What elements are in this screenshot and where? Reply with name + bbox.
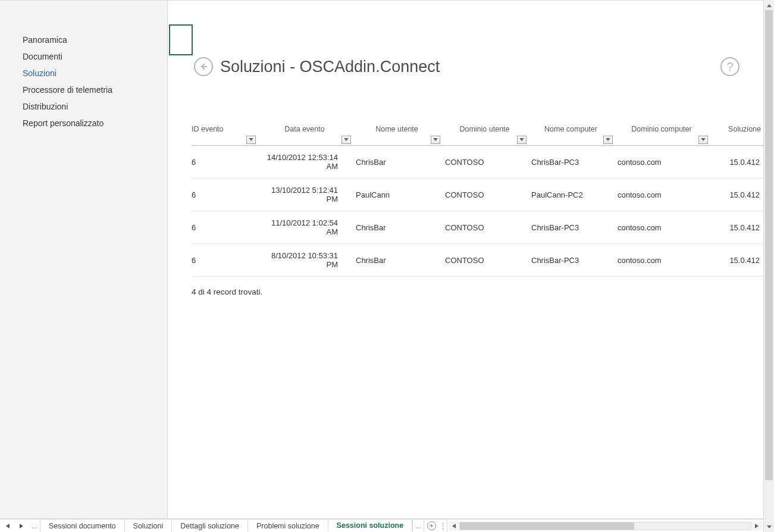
triangle-left-icon <box>452 524 456 528</box>
table-row[interactable]: 6 13/10/2012 5:12:41 PM PaulCann CONTOSO… <box>192 179 763 211</box>
question-icon: ? <box>726 60 733 74</box>
spreadsheet-selected-cell[interactable] <box>169 24 193 55</box>
tab-dettagli-soluzione[interactable]: Dettagli soluzione <box>171 520 248 532</box>
col-dominio-computer: Dominio computer <box>614 123 709 146</box>
cell-id: 6 <box>192 244 257 277</box>
col-nome-computer: Nome computer <box>528 123 614 146</box>
cell-cdom: contoso.com <box>614 211 709 244</box>
help-button[interactable]: ? <box>720 57 739 76</box>
scroll-down-button[interactable] <box>764 522 774 532</box>
session-table: ID evento Data evento Nome utente Domini… <box>192 123 763 277</box>
cell-id: 6 <box>192 146 257 179</box>
cell-user: PaulCann <box>352 179 441 211</box>
filter-button-compdom[interactable] <box>698 136 708 144</box>
hscroll-right-button[interactable] <box>752 521 762 531</box>
main-content: Soluzioni - OSCAddin.Connect ? ID evento… <box>168 0 763 519</box>
record-count-text: 4 di 4 record trovati. <box>168 277 763 296</box>
cell-sol: 15.0.412 <box>709 244 763 277</box>
table-header-row: ID evento Data evento Nome utente Domini… <box>192 123 763 146</box>
tab-overflow[interactable]: ... <box>412 520 424 532</box>
cell-sol: 15.0.412 <box>709 211 763 244</box>
triangle-down-icon <box>767 525 772 529</box>
arrow-left-icon <box>199 62 208 71</box>
chevron-down-icon <box>249 138 253 142</box>
cell-udom: CONTOSO <box>441 179 528 211</box>
cell-user: ChrisBar <box>352 211 441 244</box>
vertical-scrollbar[interactable] <box>763 0 774 532</box>
back-button[interactable] <box>194 57 213 76</box>
tab-sessioni-documento[interactable]: Sessioni documento <box>40 520 125 532</box>
filter-button-comp[interactable] <box>603 136 613 144</box>
tab-soluzioni[interactable]: Soluzioni <box>124 520 173 532</box>
sidebar-item-report-personalizzato[interactable]: Report personalizzato <box>0 115 167 132</box>
filter-button-userdom[interactable] <box>517 136 527 144</box>
col-data-evento: Data evento <box>257 123 352 146</box>
triangle-up-icon <box>767 4 772 7</box>
tab-nav-prev[interactable] <box>0 520 14 532</box>
triangle-left-icon <box>5 524 10 528</box>
tab-nav-next[interactable] <box>14 520 29 532</box>
table-row[interactable]: 6 14/10/2012 12:53:14 AM ChrisBar CONTOS… <box>192 146 763 179</box>
chevron-down-icon <box>606 138 610 142</box>
sheet-tabs-bar: ... Sessioni documento Soluzioni Dettagl… <box>0 519 763 532</box>
chevron-down-icon <box>344 138 349 142</box>
sidebar-item-distribuzioni[interactable]: Distribuzioni <box>0 98 167 115</box>
cell-date: 8/10/2012 10:53:31 PM <box>257 244 352 277</box>
scroll-thumb[interactable] <box>765 10 773 480</box>
cell-id: 6 <box>192 211 257 244</box>
add-sheet-button[interactable]: + <box>424 520 438 532</box>
cell-id: 6 <box>192 179 257 211</box>
cell-comp: PaulCann-PC2 <box>528 179 614 211</box>
tab-divider[interactable]: ⋮ <box>438 520 447 532</box>
cell-date: 14/10/2012 12:53:14 AM <box>257 146 352 179</box>
cell-udom: CONTOSO <box>441 211 528 244</box>
col-id-evento: ID evento <box>192 123 257 146</box>
cell-comp: ChrisBar-PC3 <box>528 211 614 244</box>
filter-button-date[interactable] <box>341 136 351 144</box>
col-soluzione: Soluzione <box>709 123 763 146</box>
page-header: Soluzioni - OSCAddin.Connect ? <box>168 1 763 76</box>
hscroll-track[interactable] <box>459 522 751 530</box>
cell-udom: CONTOSO <box>441 244 528 277</box>
cell-user: ChrisBar <box>352 146 441 179</box>
cell-cdom: contoso.com <box>614 244 709 277</box>
horizontal-scrollbar[interactable] <box>447 520 763 532</box>
scroll-track[interactable] <box>764 10 774 522</box>
triangle-right-icon <box>20 524 24 528</box>
cell-comp: ChrisBar-PC3 <box>528 244 614 277</box>
sidebar: Panoramica Documenti Soluzioni Processor… <box>0 0 168 519</box>
plus-icon: + <box>427 521 436 530</box>
col-dominio-utente: Dominio utente <box>441 123 528 146</box>
tab-sessioni-soluzione[interactable]: Sessioni soluzione <box>328 520 413 532</box>
cell-comp: ChrisBar-PC3 <box>528 146 614 179</box>
tab-nav-more[interactable]: ... <box>29 520 40 532</box>
sidebar-item-processore-telemetria[interactable]: Processore di telemetria <box>0 82 167 98</box>
cell-cdom: contoso.com <box>614 146 709 179</box>
table-row[interactable]: 6 11/10/2012 1:02:54 AM ChrisBar CONTOSO… <box>192 211 763 244</box>
cell-user: ChrisBar <box>352 244 441 277</box>
cell-sol: 15.0.412 <box>709 146 763 179</box>
chevron-down-icon <box>701 138 706 142</box>
filter-button-user[interactable] <box>431 136 440 144</box>
cell-date: 13/10/2012 5:12:41 PM <box>257 179 352 211</box>
triangle-right-icon <box>755 524 759 528</box>
col-nome-utente: Nome utente <box>352 123 441 146</box>
cell-sol: 15.0.412 <box>709 179 763 211</box>
filter-button-id[interactable] <box>246 136 256 144</box>
sidebar-item-documenti[interactable]: Documenti <box>0 48 167 65</box>
sidebar-item-soluzioni[interactable]: Soluzioni <box>0 65 167 82</box>
cell-cdom: contoso.com <box>614 179 709 211</box>
tab-problemi-soluzione[interactable]: Problemi soluzione <box>247 520 328 532</box>
chevron-down-icon <box>519 138 524 142</box>
hscroll-left-button[interactable] <box>449 521 459 531</box>
chevron-down-icon <box>433 138 438 142</box>
cell-udom: CONTOSO <box>441 146 528 179</box>
cell-date: 11/10/2012 1:02:54 AM <box>257 211 352 244</box>
sidebar-item-panoramica[interactable]: Panoramica <box>0 32 167 48</box>
page-title: Soluzioni - OSCAddin.Connect <box>220 58 440 76</box>
hscroll-thumb[interactable] <box>460 522 634 530</box>
scroll-up-button[interactable] <box>764 0 774 10</box>
table-row[interactable]: 6 8/10/2012 10:53:31 PM ChrisBar CONTOSO… <box>192 244 763 277</box>
